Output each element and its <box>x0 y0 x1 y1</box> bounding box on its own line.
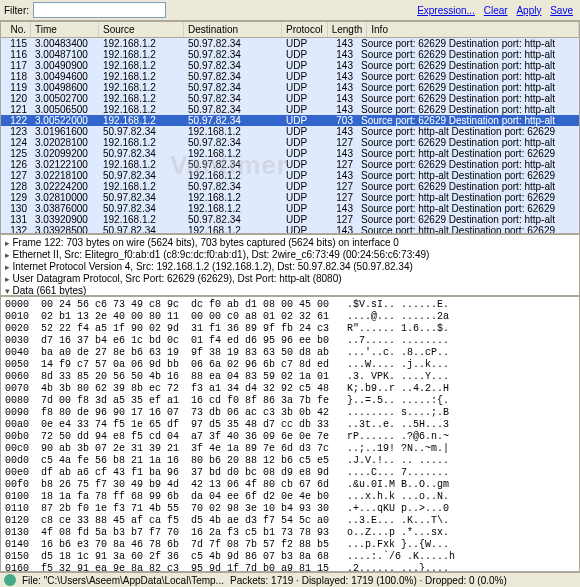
packet-row[interactable]: 1263.02122100192.168.1.250.97.82.34UDP12… <box>1 159 579 170</box>
packet-bytes-pane[interactable]: 0000 00 24 56 c6 73 49 c8 9c dc f0 ab d1… <box>0 296 580 572</box>
filter-label: Filter: <box>4 5 29 16</box>
detail-udp[interactable]: User Datagram Protocol, Src Port: 62629 … <box>5 273 575 285</box>
packet-row[interactable]: 1273.0221810050.97.82.34192.168.1.2UDP14… <box>1 170 579 181</box>
packet-row[interactable]: 1223.00522000192.168.1.250.97.82.34UDP70… <box>1 115 579 126</box>
col-no[interactable]: No. <box>1 22 31 37</box>
apply-link[interactable]: Apply <box>516 5 541 16</box>
filter-input[interactable] <box>33 2 166 18</box>
status-file: File: "C:\Users\Aseem\AppData\Local\Temp… <box>22 575 224 586</box>
col-protocol[interactable]: Protocol <box>282 22 328 37</box>
expression-link[interactable]: Expression... <box>417 5 475 16</box>
packet-list-header: No. Time Source Destination Protocol Len… <box>1 22 579 38</box>
filter-links: Expression... Clear Apply Save <box>414 5 576 16</box>
packet-row[interactable]: 1233.0196160050.97.82.34192.168.1.2UDP14… <box>1 126 579 137</box>
packet-row[interactable]: 1243.02028100192.168.1.250.97.82.34UDP12… <box>1 137 579 148</box>
packet-list-pane: No. Time Source Destination Protocol Len… <box>0 21 580 234</box>
detail-ip[interactable]: Internet Protocol Version 4, Src: 192.16… <box>5 261 575 273</box>
packet-row[interactable]: 1203.00502700192.168.1.250.97.82.34UDP14… <box>1 93 579 104</box>
detail-eth[interactable]: Ethernet II, Src: Elitegro_f0:ab:d1 (c8:… <box>5 249 575 261</box>
col-length[interactable]: Length <box>328 22 368 37</box>
col-info[interactable]: Info <box>367 22 579 37</box>
col-time[interactable]: Time <box>31 22 99 37</box>
packet-details-pane[interactable]: Frame 122: 703 bytes on wire (5624 bits)… <box>0 234 580 296</box>
packet-row[interactable]: 1323.0392850050.97.82.34192.168.1.2UDP14… <box>1 225 579 233</box>
status-packets: Packets: 1719 · Displayed: 1719 (100.0%)… <box>230 575 507 586</box>
packet-row[interactable]: 1193.00498600192.168.1.250.97.82.34UDP14… <box>1 82 579 93</box>
col-destination[interactable]: Destination <box>184 22 282 37</box>
detail-frame[interactable]: Frame 122: 703 bytes on wire (5624 bits)… <box>5 237 575 249</box>
packet-row[interactable]: 1213.00506500192.168.1.250.97.82.34UDP14… <box>1 104 579 115</box>
packet-row[interactable]: 1303.0387600050.97.82.34192.168.1.2UDP14… <box>1 203 579 214</box>
packet-row[interactable]: 1183.00494600192.168.1.250.97.82.34UDP14… <box>1 71 579 82</box>
clear-link[interactable]: Clear <box>484 5 508 16</box>
packet-row[interactable]: 1293.0281000050.97.82.34192.168.1.2UDP12… <box>1 192 579 203</box>
status-bar: File: "C:\Users\Aseem\AppData\Local\Temp… <box>0 572 580 587</box>
packet-row[interactable]: 1283.02224200192.168.1.250.97.82.34UDP12… <box>1 181 579 192</box>
packet-row[interactable]: 1253.0209920050.97.82.34192.168.1.2UDP14… <box>1 148 579 159</box>
packet-rows[interactable]: 1153.00483400192.168.1.250.97.82.34UDP14… <box>1 38 579 233</box>
save-link[interactable]: Save <box>550 5 573 16</box>
packet-row[interactable]: 1153.00483400192.168.1.250.97.82.34UDP14… <box>1 38 579 49</box>
detail-data[interactable]: Data (661 bytes) <box>5 285 575 296</box>
status-icon <box>4 574 16 586</box>
col-source[interactable]: Source <box>99 22 184 37</box>
packet-row[interactable]: 1173.00490900192.168.1.250.97.82.34UDP14… <box>1 60 579 71</box>
packet-row[interactable]: 1163.00487100192.168.1.250.97.82.34UDP14… <box>1 49 579 60</box>
filter-toolbar: Filter: Expression... Clear Apply Save <box>0 0 580 21</box>
packet-row[interactable]: 1313.03920900192.168.1.250.97.82.34UDP12… <box>1 214 579 225</box>
